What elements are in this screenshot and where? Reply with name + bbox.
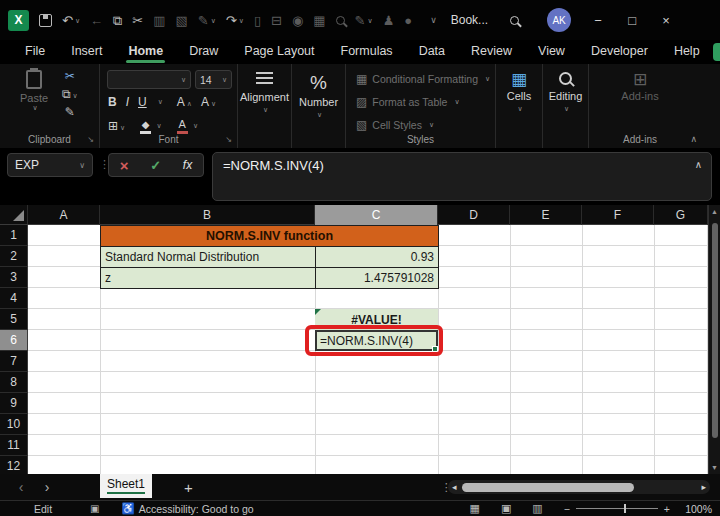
column-header-b[interactable]: B	[100, 205, 315, 225]
column-header-d[interactable]: D	[438, 205, 510, 225]
redo-icon[interactable]: ↷∨	[226, 14, 244, 27]
cell-c2-value[interactable]: 0.93	[315, 246, 439, 268]
tab-draw[interactable]: Draw	[176, 41, 231, 63]
font-size-select[interactable]: 14∨	[195, 70, 232, 89]
draw-icon[interactable]: ✎∨	[198, 14, 216, 27]
column-header-f[interactable]: F	[582, 205, 654, 225]
formula-input[interactable]: =NORM.S.INV(4) ∧	[212, 152, 712, 201]
cell-c3-value[interactable]: 1.475791028	[315, 267, 439, 289]
format-painter-button[interactable]: ✎	[65, 106, 75, 118]
normal-view-button[interactable]: ▦	[470, 502, 480, 515]
add-sheet-button[interactable]: +	[184, 479, 193, 496]
row-header-3[interactable]: 3	[0, 267, 28, 288]
undo-icon[interactable]: ↶∨	[62, 14, 80, 27]
ink-replay-icon[interactable]: ▧	[176, 14, 188, 27]
tab-data[interactable]: Data	[406, 41, 458, 63]
clipboard-dialog-launcher-icon[interactable]: ↘	[87, 135, 94, 144]
addins-button[interactable]: ⊞ Add-ins	[571, 69, 709, 105]
row-header-1[interactable]: 1	[0, 225, 28, 246]
sheet-tab-sheet1[interactable]: Sheet1	[100, 474, 152, 498]
page-layout-view-button[interactable]: ▣	[501, 502, 511, 515]
paste-button[interactable]: Paste ∨	[14, 70, 54, 112]
camera-icon[interactable]: ◉	[292, 14, 303, 27]
vertical-scrollbar[interactable]: ▲ ▼	[708, 205, 720, 474]
vertical-scrollbar-thumb[interactable]	[712, 223, 718, 438]
name-box[interactable]: EXP ∨	[7, 153, 93, 177]
horizontal-scrollbar[interactable]: ◂ ▸	[448, 480, 710, 494]
next-sheet-button[interactable]: ›	[34, 479, 60, 495]
close-button[interactable]: ×	[649, 0, 683, 40]
confirm-entry-button[interactable]: ✓	[150, 158, 161, 173]
search-icon[interactable]	[510, 16, 519, 25]
insert-cells-icon[interactable]: ⊟	[271, 14, 282, 27]
row-header-10[interactable]: 10	[0, 414, 28, 435]
picture-icon[interactable]: ▥	[153, 14, 165, 27]
cut-icon[interactable]: ✂	[132, 14, 143, 27]
tab-home[interactable]: Home	[115, 41, 176, 63]
row-header-5[interactable]: 5	[0, 309, 28, 330]
conditional-formatting-button[interactable]: ▦ Conditional Formatting∨	[356, 72, 490, 86]
save-icon[interactable]	[39, 14, 52, 27]
row-header-7[interactable]: 7	[0, 351, 28, 372]
borders-button[interactable]: ⊞∨	[108, 119, 125, 133]
new-file-icon[interactable]: ▯	[254, 14, 261, 27]
tab-file[interactable]: File	[12, 41, 58, 63]
signature-icon[interactable]: ✎∨	[355, 14, 373, 27]
tab-insert[interactable]: Insert	[58, 41, 115, 63]
back-icon[interactable]: ←	[90, 14, 103, 27]
number-button[interactable]: % Number ∨	[292, 72, 345, 119]
cell-b3-label[interactable]: z	[100, 267, 316, 289]
row-header-6[interactable]: 6	[0, 330, 28, 351]
format-as-table-button[interactable]: ▨ Format as Table∨	[356, 95, 460, 109]
font-color-button[interactable]: A ∨	[177, 117, 198, 134]
alignment-button[interactable]: Alignment ∨	[238, 72, 291, 114]
zoom-out-button[interactable]: −	[564, 503, 570, 515]
cell-styles-button[interactable]: ▧ Cell Styles∨	[356, 118, 434, 132]
zoom-slider-thumb[interactable]	[624, 504, 626, 513]
select-all-button[interactable]	[0, 205, 28, 224]
cell-b1-title[interactable]: NORM.S.INV function	[100, 225, 439, 247]
underline-button[interactable]: U	[138, 95, 147, 109]
lookup-icon[interactable]	[336, 16, 345, 25]
accessibility-status[interactable]: ♿ Accessibility: Good to go	[122, 502, 254, 515]
scroll-down-icon[interactable]: ▼	[711, 464, 718, 471]
scroll-up-icon[interactable]: ▲	[711, 208, 718, 215]
column-header-e[interactable]: E	[510, 205, 582, 225]
scroll-right-icon[interactable]: ▸	[701, 482, 706, 492]
fill-color-button[interactable]: ◆ ∨	[140, 117, 161, 134]
font-name-select[interactable]: ∨	[107, 70, 191, 89]
collapse-ribbon-icon[interactable]: ∧	[690, 134, 697, 144]
grow-font-button[interactable]: A∧	[177, 95, 192, 109]
tab-review[interactable]: Review	[458, 41, 525, 63]
tab-view[interactable]: View	[525, 41, 578, 63]
row-header-11[interactable]: 11	[0, 435, 28, 456]
cut-button[interactable]: ✂	[65, 70, 75, 82]
column-header-c[interactable]: C	[315, 205, 438, 225]
scroll-left-icon[interactable]: ◂	[452, 482, 457, 492]
shrink-font-button[interactable]: A∨	[201, 95, 216, 109]
formula-bar-collapse-icon[interactable]: ∧	[695, 159, 702, 170]
horizontal-scrollbar-thumb[interactable]	[462, 483, 634, 492]
macro-record-icon[interactable]: ▣	[90, 503, 99, 514]
copy-button[interactable]: ⧉∨	[62, 88, 78, 100]
font-dialog-launcher-icon[interactable]: ↘	[225, 135, 232, 144]
cells-area[interactable]: NORM.S.INV function Standard Normal Dist…	[28, 225, 708, 474]
zoom-level[interactable]: 100%	[678, 503, 712, 515]
bold-button[interactable]: B	[108, 95, 117, 109]
cell-b2-label[interactable]: Standard Normal Distribution	[100, 246, 316, 268]
tab-help[interactable]: Help	[661, 41, 713, 63]
cancel-entry-button[interactable]: ×	[120, 157, 129, 174]
share-button[interactable]: ↗ Share ∨	[713, 43, 720, 61]
minimize-button[interactable]: −	[581, 0, 615, 40]
row-header-8[interactable]: 8	[0, 372, 28, 393]
copy-icon[interactable]: ⧉	[113, 14, 122, 27]
person-search-icon[interactable]: ♟	[383, 14, 395, 27]
cells-button[interactable]: ▦ Cells ∨	[496, 69, 542, 113]
excel-logo-icon[interactable]: X	[8, 10, 29, 31]
underline-dropdown-icon[interactable]: ∨	[158, 98, 163, 106]
insert-function-button[interactable]: fx	[183, 158, 192, 172]
maximize-button[interactable]: □	[615, 0, 649, 40]
prev-sheet-button[interactable]: ‹	[8, 479, 34, 495]
column-header-g[interactable]: G	[654, 205, 708, 225]
row-header-2[interactable]: 2	[0, 246, 28, 267]
